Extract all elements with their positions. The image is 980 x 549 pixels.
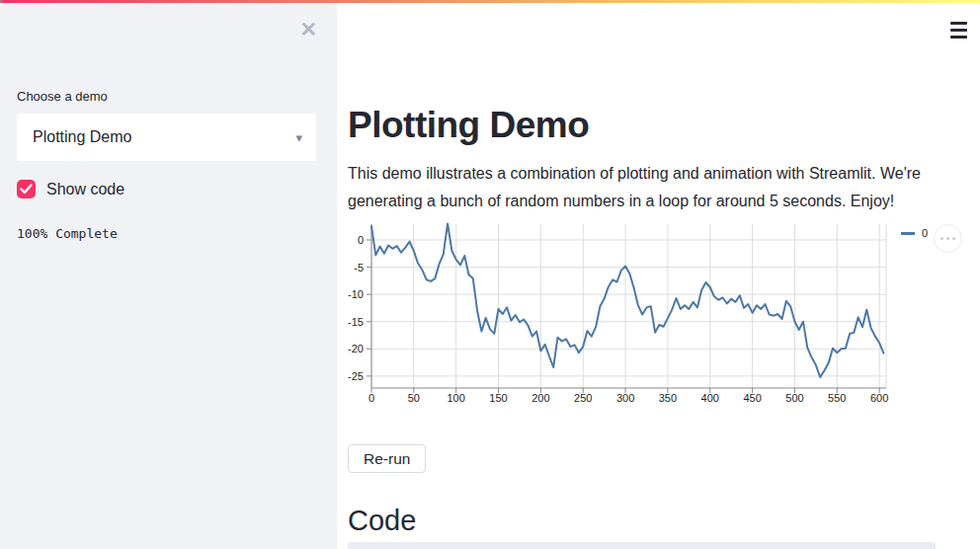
show-code-checkbox[interactable]: Show code <box>17 180 124 198</box>
svg-text:150: 150 <box>489 392 507 404</box>
checkbox-checked-icon[interactable] <box>17 180 36 198</box>
progress-text: 100% Complete <box>17 226 118 241</box>
svg-text:-20: -20 <box>348 343 364 354</box>
svg-text:50: 50 <box>408 392 420 404</box>
chart-legend: 0 <box>901 227 928 239</box>
rerun-button[interactable]: Re-run <box>348 444 426 473</box>
svg-text:550: 550 <box>828 392 846 404</box>
svg-text:0: 0 <box>358 234 364 246</box>
legend-label: 0 <box>922 227 928 239</box>
sidebar: ✕ Choose a demo Plotting Demo ▾ Show cod… <box>0 3 337 549</box>
svg-text:-15: -15 <box>348 316 364 328</box>
page-title: Plotting Demo <box>348 105 589 146</box>
svg-text:100: 100 <box>448 392 465 404</box>
demo-selectbox[interactable]: Plotting Demo ▾ <box>17 114 316 161</box>
chart-options-button[interactable] <box>934 224 962 253</box>
legend-line-swatch <box>901 232 915 235</box>
hamburger-icon <box>950 22 967 25</box>
main-content: Plotting Demo This demo illustrates a co… <box>337 3 980 549</box>
code-block-top <box>348 542 936 549</box>
svg-text:-25: -25 <box>348 370 364 382</box>
svg-text:450: 450 <box>743 392 761 404</box>
checkmark-icon <box>20 184 33 195</box>
hamburger-menu-button[interactable] <box>950 22 967 39</box>
svg-text:300: 300 <box>616 392 634 404</box>
svg-text:200: 200 <box>531 392 549 404</box>
line-chart: 0501001502002503003504004505005506000-5-… <box>348 222 980 410</box>
close-icon: ✕ <box>299 18 317 40</box>
svg-text:600: 600 <box>870 392 888 404</box>
sidebar-close-button[interactable]: ✕ <box>299 19 317 39</box>
svg-text:250: 250 <box>574 392 592 404</box>
chart-canvas: 0501001502002503003504004505005506000-5-… <box>348 222 894 410</box>
ellipsis-icon <box>940 237 944 241</box>
svg-text:-5: -5 <box>354 262 364 274</box>
svg-text:0: 0 <box>368 392 374 404</box>
checkbox-label: Show code <box>46 181 124 198</box>
svg-text:400: 400 <box>701 392 719 404</box>
code-heading: Code <box>348 505 416 537</box>
description-text: This demo illustrates a combination of p… <box>348 160 980 214</box>
svg-text:-10: -10 <box>348 288 364 300</box>
svg-text:500: 500 <box>785 392 803 404</box>
streamlit-app: ✕ Choose a demo Plotting Demo ▾ Show cod… <box>0 0 980 549</box>
chevron-down-icon: ▾ <box>295 130 316 145</box>
svg-text:350: 350 <box>659 392 677 404</box>
selectbox-label: Choose a demo <box>17 89 108 104</box>
selectbox-value: Plotting Demo <box>17 128 295 146</box>
